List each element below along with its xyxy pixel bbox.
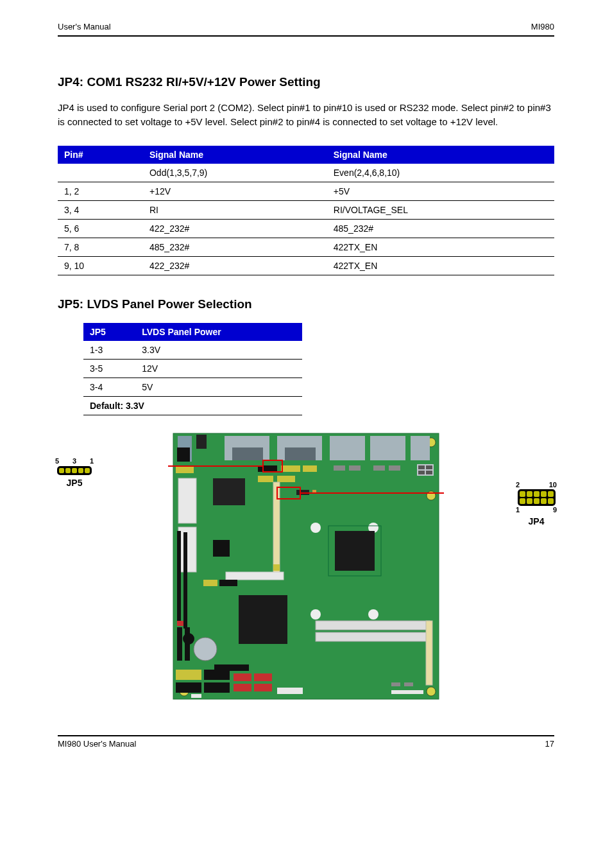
th-pin: Pin# [58, 146, 143, 164]
header-left: User's Manual [58, 22, 111, 31]
table-row: Default: 3.3V [83, 396, 302, 415]
svg-rect-24 [176, 467, 194, 473]
section1-title: JP4: COM1 RS232 RI/+5V/+12V Power Settin… [58, 75, 554, 89]
svg-rect-38 [183, 532, 187, 629]
table-row: 9, 10 422_232# 422TX_EN [58, 256, 554, 275]
table-row: 1, 2 +12V +5V [58, 182, 554, 200]
svg-rect-72 [191, 694, 201, 698]
svg-rect-35 [213, 478, 245, 505]
jp4-top-numbers: 210 [516, 481, 557, 489]
svg-rect-47 [335, 531, 375, 571]
svg-rect-20 [418, 465, 425, 469]
jp5-table: JP5 LVDS Panel Power 1-3 3.3V 3-5 12V 3-… [83, 323, 302, 415]
jp4-pin-table: Pin# Signal Name Signal Name Odd(1,3,5,7… [58, 146, 554, 275]
section2-title: JP5: LVDS Panel Power Selection [58, 297, 554, 311]
motherboard-diagram [168, 428, 444, 704]
jp4-label: JP4 [516, 516, 557, 526]
svg-rect-21 [426, 465, 432, 469]
svg-rect-51 [177, 627, 182, 661]
footer-page-number: 17 [545, 739, 554, 749]
svg-point-45 [310, 609, 321, 620]
svg-rect-56 [316, 621, 430, 630]
svg-rect-61 [404, 682, 413, 686]
jp5-pin-numbers: 531 [55, 457, 94, 465]
header-right: MI980 [531, 22, 554, 31]
svg-rect-63 [176, 682, 201, 693]
svg-rect-68 [254, 673, 272, 681]
default-note: Default: 3.3V [83, 396, 302, 415]
svg-rect-17 [373, 465, 385, 471]
svg-rect-23 [426, 471, 432, 474]
table-subheader-row: Odd(1,3,5,7,9) Even(2,4,6,8,10) [58, 164, 554, 182]
jp4-callout: 210 19 JP4 [516, 481, 557, 526]
svg-rect-41 [203, 580, 217, 586]
board-diagram-row: 531 JP5 [58, 428, 554, 724]
svg-rect-37 [177, 531, 181, 621]
th-jp5: JP5 [83, 323, 135, 341]
svg-rect-12 [411, 436, 430, 460]
jp5-callout: 531 JP5 [55, 455, 94, 488]
pin-header-icon [57, 466, 92, 475]
table-row: 1-3 3.3V [83, 341, 302, 360]
svg-rect-0 [173, 433, 439, 699]
th-lvds-power: LVDS Panel Power [135, 323, 302, 341]
svg-point-54 [183, 633, 194, 645]
table-row: 3-4 5V [83, 378, 302, 396]
jp5-label: JP5 [55, 478, 94, 488]
svg-rect-58 [426, 621, 432, 685]
page-footer: MI980 User's Manual 17 [58, 735, 554, 749]
svg-rect-27 [281, 465, 300, 472]
svg-rect-11 [370, 436, 405, 460]
svg-point-46 [368, 609, 378, 620]
svg-rect-60 [391, 682, 400, 686]
svg-rect-13 [232, 447, 263, 460]
svg-rect-65 [204, 682, 230, 693]
svg-rect-57 [316, 632, 430, 641]
svg-rect-53 [177, 621, 183, 626]
footer-left: MI980 User's Manual [58, 739, 136, 749]
svg-point-4 [427, 687, 436, 696]
svg-rect-69 [234, 684, 251, 691]
section1-desc: JP4 is used to configure Serial port 2 (… [58, 101, 554, 129]
svg-rect-30 [258, 476, 273, 482]
svg-rect-16 [349, 465, 361, 471]
svg-rect-18 [389, 465, 400, 471]
svg-rect-33 [178, 478, 196, 523]
svg-rect-14 [285, 447, 316, 460]
svg-rect-59 [391, 690, 423, 694]
svg-rect-50 [273, 564, 280, 571]
th-signal-even: Signal Name [327, 146, 554, 164]
svg-rect-66 [214, 664, 249, 671]
svg-rect-7 [196, 435, 207, 449]
table-row: 3, 4 RI RI/VOLTAGE_SEL [58, 200, 554, 219]
svg-rect-71 [277, 688, 303, 694]
page-header: User's Manual MI980 [58, 22, 554, 37]
pin-header-2x5-icon [518, 489, 556, 506]
svg-point-43 [310, 523, 321, 533]
svg-rect-40 [226, 572, 284, 580]
svg-rect-15 [334, 465, 345, 471]
svg-rect-64 [204, 670, 230, 680]
svg-rect-49 [239, 595, 287, 644]
table-row: 5, 6 422_232# 485_232# [58, 219, 554, 238]
svg-rect-67 [234, 673, 251, 681]
table-row: 7, 8 485_232# 422TX_EN [58, 238, 554, 256]
svg-rect-28 [303, 465, 317, 472]
svg-point-55 [194, 638, 217, 661]
table-row: 3-5 12V [83, 359, 302, 378]
svg-rect-10 [330, 436, 365, 460]
svg-rect-70 [254, 684, 272, 691]
svg-rect-25 [177, 447, 190, 462]
svg-rect-42 [219, 580, 237, 586]
jp4-bottom-numbers: 19 [516, 506, 557, 514]
svg-rect-39 [213, 540, 230, 557]
svg-rect-62 [176, 670, 201, 680]
th-signal-odd: Signal Name [143, 146, 327, 164]
svg-rect-22 [418, 471, 425, 474]
svg-rect-29 [277, 476, 295, 482]
